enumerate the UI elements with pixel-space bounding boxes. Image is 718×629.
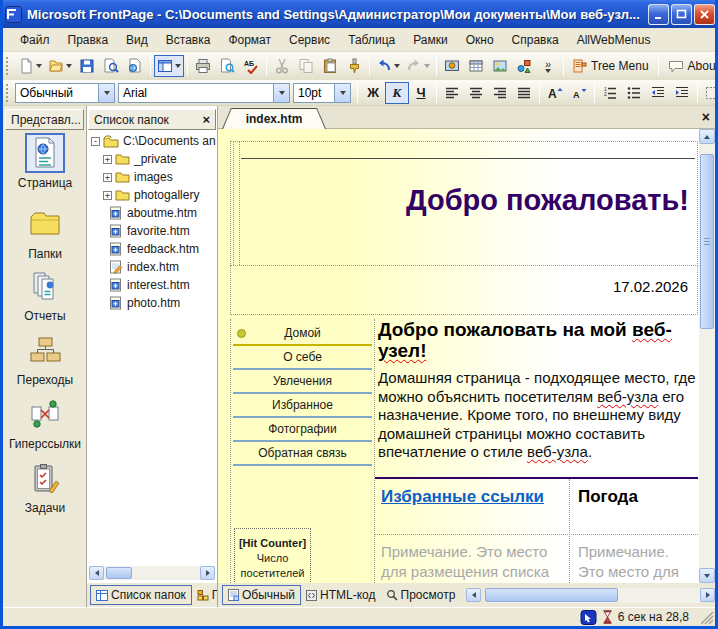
folder-list-hscrollbar[interactable] (89, 566, 215, 580)
tree-menu-button[interactable]: Tree Menu (567, 57, 655, 75)
bold-button[interactable]: Ж (361, 82, 385, 104)
scroll-right-icon[interactable] (200, 566, 215, 580)
preview-in-browser-button[interactable] (215, 55, 239, 77)
scroll-up-icon[interactable] (699, 129, 715, 144)
hit-counter-component[interactable]: [Hit Counter] Число посетителей (234, 528, 311, 583)
tab-index-htm[interactable]: index.htm (222, 108, 326, 129)
menu-allwebmenus[interactable]: AllWebMenus (568, 30, 660, 50)
copy-button[interactable] (294, 55, 318, 77)
toolbar-grip[interactable] (6, 84, 11, 102)
toolbar-grip[interactable] (6, 57, 11, 75)
tab-folder-list[interactable]: Список папок (90, 585, 192, 605)
nav-link-home[interactable]: Домой (233, 322, 372, 346)
undo-button[interactable] (373, 55, 403, 77)
scrollbar-thumb[interactable] (485, 588, 618, 602)
redo-button[interactable] (403, 55, 433, 77)
favorite-links-link[interactable]: Избранные ссылки (381, 487, 544, 507)
scrollbar-thumb[interactable] (106, 567, 132, 579)
font-size-select[interactable]: 10pt (293, 83, 351, 103)
align-left-button[interactable] (440, 82, 464, 104)
toggle-pane-button[interactable] (154, 55, 184, 77)
increase-indent-button[interactable] (670, 82, 694, 104)
menu-file[interactable]: Файл (11, 30, 59, 50)
toolbar-overflow-chevron[interactable]: » (536, 55, 560, 77)
menu-tools[interactable]: Сервис (280, 30, 339, 50)
scroll-left-icon[interactable] (466, 588, 481, 602)
tree-item-file-open[interactable]: index.htm (87, 258, 216, 276)
expand-icon[interactable]: + (103, 173, 112, 182)
insert-picture-button[interactable] (488, 55, 512, 77)
expand-icon[interactable]: + (103, 155, 112, 164)
nav-link-favorites[interactable]: Избранное (233, 394, 372, 418)
menu-edit[interactable]: Правка (59, 30, 118, 50)
views-header[interactable]: Представл... (5, 109, 84, 130)
editor-vscrollbar[interactable] (699, 129, 715, 583)
menu-window[interactable]: Окно (457, 30, 503, 50)
tree-item-file[interactable]: aboutme.htm (87, 204, 216, 222)
bullet-list-button[interactable] (622, 82, 646, 104)
publish-web-button[interactable] (123, 55, 147, 77)
tab-normal-view[interactable]: Обычный (222, 585, 301, 605)
menu-view[interactable]: Вид (117, 30, 157, 50)
nav-link-interests[interactable]: Увлечения (233, 370, 372, 394)
paste-button[interactable] (318, 55, 342, 77)
open-button[interactable] (45, 55, 75, 77)
decrease-indent-button[interactable] (646, 82, 670, 104)
align-right-button[interactable] (488, 82, 512, 104)
menu-help[interactable]: Справка (503, 30, 568, 50)
align-center-button[interactable] (464, 82, 488, 104)
editor-hscrollbar[interactable] (485, 588, 700, 603)
minimize-button[interactable] (648, 4, 669, 25)
view-page[interactable]: Страница (3, 133, 87, 190)
tree-item-file[interactable]: photo.htm (87, 294, 216, 312)
nav-link-about[interactable]: О себе (233, 346, 372, 370)
drawing-button[interactable] (512, 55, 536, 77)
view-navigation[interactable]: Переходы (3, 330, 87, 387)
view-tasks[interactable]: Задачи (3, 458, 87, 515)
nav-link-photos[interactable]: Фотографии (233, 418, 372, 442)
document-close-icon[interactable]: × (702, 109, 710, 125)
font-select[interactable]: Arial (118, 83, 290, 103)
spelling-button[interactable]: АБ (239, 55, 263, 77)
resize-grip[interactable] (701, 612, 714, 625)
format-painter-button[interactable] (342, 55, 366, 77)
save-button[interactable] (75, 55, 99, 77)
menu-frames[interactable]: Рамки (404, 30, 456, 50)
collapse-icon[interactable]: - (91, 137, 100, 146)
underline-button[interactable]: Ч (409, 82, 433, 104)
italic-button[interactable]: К (385, 82, 409, 104)
view-reports[interactable]: Отчеты (3, 266, 87, 323)
search-button[interactable] (99, 55, 123, 77)
view-hyperlinks[interactable]: Гиперссылки (3, 394, 87, 451)
scroll-down-icon[interactable] (699, 568, 715, 583)
close-button[interactable] (694, 4, 715, 25)
decrease-font-button[interactable]: A (567, 82, 591, 104)
justify-button[interactable] (512, 82, 536, 104)
increase-font-button[interactable]: A (543, 82, 567, 104)
insert-table-button[interactable] (464, 55, 488, 77)
print-button[interactable] (191, 55, 215, 77)
new-page-button[interactable] (15, 55, 45, 77)
tab-html-view[interactable]: HTML-код (301, 585, 380, 605)
expand-icon[interactable]: + (103, 191, 112, 200)
tree-item-folder[interactable]: + photogallery (87, 186, 216, 204)
numbered-list-button[interactable]: 12 (598, 82, 622, 104)
scrollbar-thumb[interactable] (700, 154, 714, 329)
tree-item-folder[interactable]: + images (87, 168, 216, 186)
tab-preview-view[interactable]: Просмотр (381, 585, 461, 605)
maximize-button[interactable] (671, 4, 692, 25)
page-canvas[interactable]: Добро пожаловать! 17.02.2026 Домой О себ… (218, 129, 699, 583)
tree-item-root[interactable]: - C:\Documents and (87, 132, 216, 150)
tree-item-file[interactable]: favorite.htm (87, 222, 216, 240)
nav-link-feedback[interactable]: Обратная связь (233, 442, 372, 466)
scroll-right-icon[interactable] (700, 588, 715, 602)
style-select[interactable]: Обычный (15, 83, 115, 103)
tab-navigation-pane[interactable]: Пере (192, 585, 217, 605)
borders-button[interactable] (701, 82, 718, 104)
scroll-left-icon[interactable] (89, 566, 104, 580)
tree-item-file[interactable]: interest.htm (87, 276, 216, 294)
tree-item-folder[interactable]: + _private (87, 150, 216, 168)
view-folders[interactable]: Папки (3, 204, 87, 261)
tree-item-file[interactable]: feedback.htm (87, 240, 216, 258)
cut-button[interactable] (270, 55, 294, 77)
